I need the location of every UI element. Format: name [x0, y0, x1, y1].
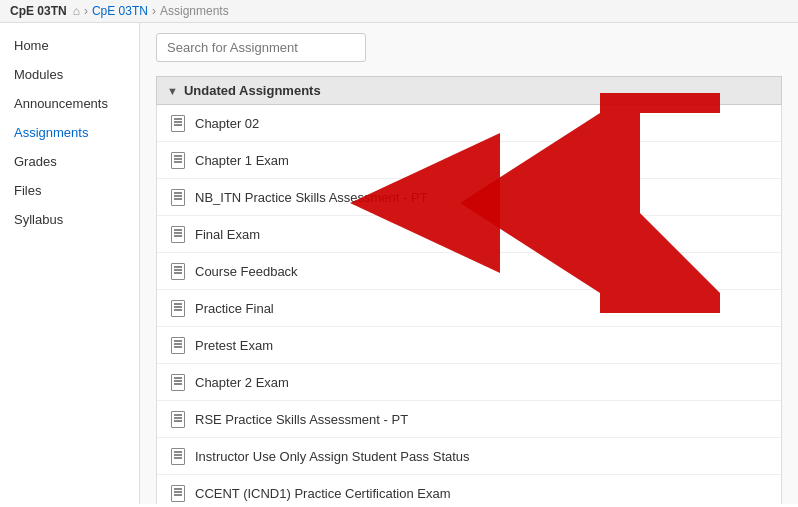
sidebar-item-announcements[interactable]: Announcements [0, 89, 139, 118]
assignment-label-6: Pretest Exam [195, 338, 273, 353]
assignment-item-3[interactable]: Final Exam [157, 216, 781, 253]
assignment-label-3: Final Exam [195, 227, 260, 242]
assignment-label-2: NB_ITN Practice Skills Assessment - PT [195, 190, 428, 205]
assignment-item-5[interactable]: Practice Final [157, 290, 781, 327]
breadcrumb-separator2: › [152, 4, 156, 18]
assignment-icon-4 [169, 262, 187, 280]
breadcrumb: ⌂ › CpE 03TN › Assignments [73, 4, 229, 18]
assignment-icon-10 [169, 484, 187, 502]
assignment-list: Chapter 02 Chapter 1 Exam NB_ITN Practic… [156, 105, 782, 504]
assignment-label-9: Instructor Use Only Assign Student Pass … [195, 449, 470, 464]
main-content: ▼ Undated Assignments Chapter 02 Chapter… [140, 23, 798, 504]
assignment-icon-2 [169, 188, 187, 206]
sidebar-item-modules[interactable]: Modules [0, 60, 139, 89]
assignment-item-10[interactable]: CCENT (ICND1) Practice Certification Exa… [157, 475, 781, 504]
search-bar [156, 33, 782, 62]
assignment-label-10: CCENT (ICND1) Practice Certification Exa… [195, 486, 450, 501]
top-bar: CpE 03TN ⌂ › CpE 03TN › Assignments [0, 0, 798, 23]
sidebar-item-files[interactable]: Files [0, 176, 139, 205]
assignment-item-6[interactable]: Pretest Exam [157, 327, 781, 364]
breadcrumb-course[interactable]: CpE 03TN [92, 4, 148, 18]
assignment-item-4[interactable]: Course Feedback [157, 253, 781, 290]
assignment-icon-9 [169, 447, 187, 465]
assignment-item-8[interactable]: RSE Practice Skills Assessment - PT [157, 401, 781, 438]
assignment-label-5: Practice Final [195, 301, 274, 316]
assignment-label-1: Chapter 1 Exam [195, 153, 289, 168]
section-header[interactable]: ▼ Undated Assignments [156, 76, 782, 105]
assignment-icon-1 [169, 151, 187, 169]
assignment-item-9[interactable]: Instructor Use Only Assign Student Pass … [157, 438, 781, 475]
course-title: CpE 03TN [10, 4, 67, 18]
assignment-label-8: RSE Practice Skills Assessment - PT [195, 412, 408, 427]
assignment-label-4: Course Feedback [195, 264, 298, 279]
assignment-label-7: Chapter 2 Exam [195, 375, 289, 390]
sidebar-item-assignments[interactable]: Assignments [0, 118, 139, 147]
sidebar: Home Modules Announcements Assignments G… [0, 23, 140, 504]
assignment-item-0[interactable]: Chapter 02 [157, 105, 781, 142]
search-input[interactable] [156, 33, 366, 62]
sidebar-item-home[interactable]: Home [0, 31, 139, 60]
assignment-icon-0 [169, 114, 187, 132]
assignment-icon-8 [169, 410, 187, 428]
sidebar-item-grades[interactable]: Grades [0, 147, 139, 176]
breadcrumb-separator: › [84, 4, 88, 18]
section-label: Undated Assignments [184, 83, 321, 98]
home-icon: ⌂ [73, 4, 80, 18]
layout: Home Modules Announcements Assignments G… [0, 23, 798, 504]
assignment-icon-6 [169, 336, 187, 354]
assignment-item-7[interactable]: Chapter 2 Exam [157, 364, 781, 401]
assignment-item-1[interactable]: Chapter 1 Exam [157, 142, 781, 179]
breadcrumb-current: Assignments [160, 4, 229, 18]
collapse-icon: ▼ [167, 85, 178, 97]
assignment-item-2[interactable]: NB_ITN Practice Skills Assessment - PT [157, 179, 781, 216]
assignment-label-0: Chapter 02 [195, 116, 259, 131]
assignment-icon-5 [169, 299, 187, 317]
sidebar-item-syllabus[interactable]: Syllabus [0, 205, 139, 234]
assignment-icon-3 [169, 225, 187, 243]
assignment-icon-7 [169, 373, 187, 391]
